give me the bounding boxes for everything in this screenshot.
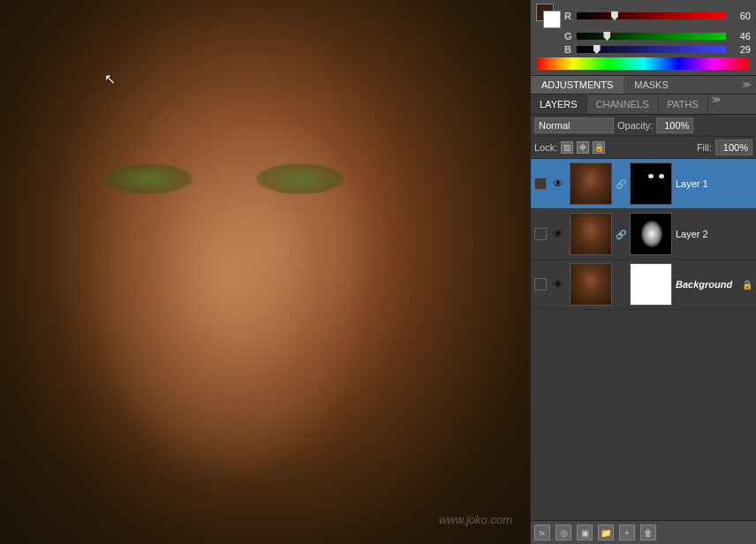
b-slider[interactable] bbox=[577, 46, 726, 53]
layer-mask-icon[interactable]: ◎ bbox=[556, 525, 571, 540]
layer-mask-thumbnail-white bbox=[630, 263, 672, 306]
fill-value[interactable]: 100% bbox=[715, 140, 752, 155]
opacity-label: Opacity: bbox=[617, 120, 653, 131]
lock-all-icon[interactable]: 🔒 bbox=[593, 141, 605, 154]
layer-eye-icon[interactable]: 👁 bbox=[550, 226, 566, 242]
canvas-area: Mb ↺ ✦ ▦ ⓘ ⊞ ⑂ ▶ A ¶ ↖ www.joko.com bbox=[0, 0, 530, 544]
layer-mask-thumbnail bbox=[630, 213, 672, 255]
layer-thumbnail bbox=[570, 263, 612, 306]
lock-pixel-icon[interactable]: ▨ bbox=[561, 141, 573, 154]
fill-label: Fill: bbox=[697, 142, 712, 153]
g-channel-label: G bbox=[564, 31, 573, 42]
b-value: 29 bbox=[730, 44, 751, 55]
g-value: 46 bbox=[730, 31, 751, 42]
layers-list[interactable]: 👁 🔗 Layer 1 👁 🔗 Layer 2 bbox=[531, 159, 756, 520]
delete-layer-icon[interactable]: 🗑 bbox=[640, 525, 656, 540]
eye-shadow-right bbox=[256, 163, 344, 194]
tab-adjustments[interactable]: ADJUSTMENTS bbox=[531, 76, 624, 94]
background-color[interactable] bbox=[543, 11, 561, 28]
lock-move-icon[interactable]: ✥ bbox=[577, 141, 589, 154]
lock-label: Lock: bbox=[534, 142, 557, 153]
tab-channels[interactable]: CHANNELS bbox=[587, 94, 659, 114]
layer-visibility-checkbox[interactable] bbox=[534, 278, 547, 291]
layer-face-preview bbox=[571, 214, 611, 254]
group-icon[interactable]: 📁 bbox=[598, 525, 614, 540]
layer-eye-icon[interactable]: 👁 bbox=[550, 276, 566, 292]
layer-mask-thumbnail bbox=[630, 162, 672, 205]
b-slider-thumb[interactable] bbox=[593, 45, 601, 54]
layer-name-background: Background bbox=[676, 279, 738, 290]
watermark: www.joko.com bbox=[439, 513, 512, 526]
lock-row: Lock: ▨ ✥ 🔒 Fill: 100% bbox=[531, 137, 756, 159]
layer-face-preview bbox=[571, 264, 611, 305]
layer-item[interactable]: 👁 🔗 Layer 2 bbox=[531, 209, 756, 260]
g-slider-thumb[interactable] bbox=[603, 32, 610, 41]
new-layer-icon[interactable]: + bbox=[619, 525, 635, 540]
g-slider[interactable] bbox=[577, 33, 726, 40]
color-info-section: R 60 G 46 B 29 bbox=[531, 0, 756, 76]
layers-bottom-toolbar: fx ◎ ▣ 📁 + 🗑 bbox=[531, 520, 756, 544]
mask-preview bbox=[631, 214, 671, 254]
background-lock-icon: 🔒 bbox=[742, 280, 752, 290]
r-value: 60 bbox=[730, 11, 751, 21]
adjustments-masks-tabs: ADJUSTMENTS MASKS ≫ bbox=[531, 76, 756, 94]
layer-chain-icon[interactable]: 🔗 bbox=[616, 213, 626, 255]
canvas-image: ↖ www.joko.com bbox=[0, 0, 530, 544]
layer-eye-icon[interactable]: 👁 bbox=[550, 176, 566, 192]
tab-masks[interactable]: MASKS bbox=[624, 76, 679, 94]
blend-mode-row: Normal Multiply Screen Overlay Opacity: … bbox=[531, 115, 756, 137]
layer-item[interactable]: 👁 🔗 Layer 1 bbox=[531, 159, 756, 209]
opacity-value[interactable]: 100% bbox=[656, 117, 693, 133]
panel-options-arrow[interactable]: ≫ bbox=[708, 94, 724, 114]
face-layer bbox=[0, 0, 530, 544]
color-spectrum[interactable] bbox=[538, 57, 749, 70]
r-channel-label: R bbox=[564, 11, 573, 21]
mask-preview bbox=[631, 163, 671, 204]
b-channel-row: B 29 bbox=[536, 44, 751, 55]
r-slider-thumb[interactable] bbox=[611, 11, 618, 20]
r-slider[interactable] bbox=[577, 12, 726, 19]
blend-mode-select[interactable]: Normal Multiply Screen Overlay bbox=[534, 117, 614, 133]
adjustment-layer-icon[interactable]: ▣ bbox=[577, 525, 593, 540]
g-channel-row: G 46 bbox=[536, 31, 751, 42]
right-panel: R 60 G 46 B 29 ADJUSTMENTS MASKS ≫ bbox=[530, 0, 756, 544]
layer-face-preview bbox=[571, 163, 611, 204]
layer-thumbnail bbox=[570, 213, 612, 255]
layers-channels-paths-tabs: LAYERS CHANNELS PATHS ≫ bbox=[531, 94, 756, 115]
b-channel-label: B bbox=[564, 44, 573, 55]
layer-name: Layer 2 bbox=[676, 229, 752, 239]
layer-visibility-checkbox[interactable] bbox=[534, 178, 547, 190]
layer-item[interactable]: 👁 Background 🔒 bbox=[531, 260, 756, 310]
layer-style-icon[interactable]: fx bbox=[534, 525, 550, 540]
blend-mode-wrapper: Normal Multiply Screen Overlay bbox=[534, 117, 614, 133]
layer-thumbnail bbox=[570, 162, 612, 205]
color-swatches[interactable] bbox=[536, 4, 561, 28]
tab-layers[interactable]: LAYERS bbox=[531, 94, 587, 114]
panel-collapse-btn[interactable]: ≫ bbox=[737, 76, 756, 94]
tab-paths[interactable]: PATHS bbox=[659, 94, 708, 114]
color-swatches-row: R 60 bbox=[536, 4, 751, 28]
eye-shadow-left bbox=[104, 163, 193, 194]
layer-chain-icon-placeholder bbox=[616, 263, 626, 306]
layer-visibility-checkbox[interactable] bbox=[534, 228, 547, 240]
layer-name: Layer 1 bbox=[676, 178, 752, 189]
layer-chain-icon[interactable]: 🔗 bbox=[616, 162, 626, 205]
